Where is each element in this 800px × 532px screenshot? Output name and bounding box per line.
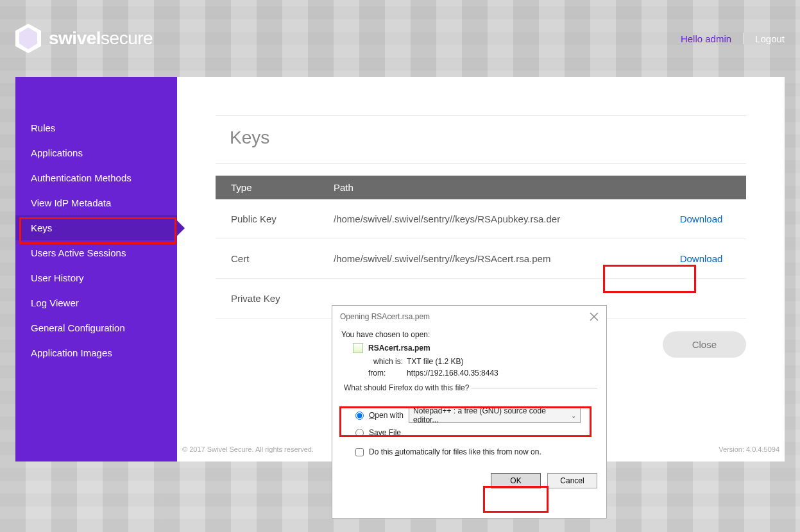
footer-copyright: © 2017 Swivel Secure. All rights reserve…	[182, 445, 314, 460]
dialog-title-text: Opening RSAcert.rsa.pem	[340, 312, 430, 321]
cell-type: Private Key	[216, 279, 318, 319]
hello-user: Hello admin	[681, 33, 731, 44]
download-link-cert[interactable]: Download	[680, 253, 723, 264]
brand-light: secure	[101, 28, 153, 48]
col-action	[656, 176, 746, 199]
download-dialog: Opening RSAcert.rsa.pem You have chosen …	[332, 305, 607, 519]
save-file-label: Save File	[369, 428, 401, 437]
cell-path: /home/swivel/.swivel/sentry//keys/RSApub…	[318, 199, 656, 239]
page-title: Keys	[230, 128, 732, 148]
col-path: Path	[318, 176, 656, 199]
which-is-value: TXT file (1.2 KB)	[407, 357, 597, 366]
sidebar-item-general-configuration[interactable]: General Configuration	[15, 315, 177, 340]
table-row: Public Key /home/swivel/.swivel/sentry//…	[216, 199, 746, 239]
open-with-app: Notepad++ : a free (GNU) source code edi…	[413, 406, 571, 424]
open-with-dropdown[interactable]: Notepad++ : a free (GNU) source code edi…	[409, 408, 581, 423]
open-with-label: Open with	[369, 411, 404, 420]
download-link-publickey[interactable]: Download	[680, 213, 723, 224]
footer-version: Version: 4.0.4.5094	[719, 445, 779, 460]
from-label: from:	[368, 369, 407, 378]
radio-save-file[interactable]	[355, 429, 364, 437]
sidebar-item-auth-methods[interactable]: Authentication Methods	[15, 165, 177, 190]
chevron-down-icon: ⌄	[571, 412, 576, 419]
cancel-button[interactable]: Cancel	[547, 473, 597, 488]
file-icon	[353, 343, 363, 353]
which-is-label: which is:	[368, 357, 407, 366]
ok-button[interactable]: OK	[491, 473, 541, 488]
keys-table: Type Path Public Key /home/swivel/.swive…	[216, 176, 746, 319]
auto-row[interactable]: Do this automatically for files like thi…	[355, 447, 597, 456]
dialog-filename: RSAcert.rsa.pem	[368, 344, 430, 353]
divider-top	[216, 115, 746, 116]
checkbox-auto[interactable]	[355, 448, 364, 456]
dialog-chosen-text: You have chosen to open:	[341, 330, 597, 339]
sidebar-item-keys[interactable]: Keys	[15, 215, 177, 240]
brand-text: swivelsecure	[49, 28, 153, 49]
brand-logo: swivelsecure	[15, 24, 153, 53]
header-divider	[743, 33, 744, 44]
swivel-logo-icon	[15, 24, 41, 53]
header-right: Hello admin Logout	[681, 33, 785, 44]
brand-bold: swivel	[49, 28, 101, 48]
sidebar-item-log-viewer[interactable]: Log Viewer	[15, 290, 177, 315]
col-type: Type	[216, 176, 318, 199]
sidebar-item-view-idp-metadata[interactable]: View IdP Metadata	[15, 190, 177, 215]
auto-label: Do this automatically for files like thi…	[369, 447, 541, 456]
save-file-row[interactable]: Save File	[355, 428, 597, 437]
divider-under-title	[216, 163, 746, 164]
radio-open-with[interactable]	[355, 411, 364, 420]
dialog-question: What should Firefox do with this file?	[341, 383, 472, 392]
cell-type: Public Key	[216, 199, 318, 239]
close-icon[interactable]	[590, 312, 599, 321]
sidebar-item-users-active-sessions[interactable]: Users Active Sessions	[15, 240, 177, 265]
close-button[interactable]: Close	[663, 331, 746, 358]
sidebar-item-applications[interactable]: Applications	[15, 140, 177, 165]
open-with-row[interactable]: Open with Notepad++ : a free (GNU) sourc…	[355, 408, 597, 423]
cell-type: Cert	[216, 239, 318, 279]
sidebar-item-application-images[interactable]: Application Images	[15, 340, 177, 365]
from-value: https://192.168.40.35:8443	[407, 369, 597, 378]
cell-path: /home/swivel/.swivel/sentry//keys/RSAcer…	[318, 239, 656, 279]
sidebar: Rules Applications Authentication Method…	[15, 77, 177, 461]
table-row: Cert /home/swivel/.swivel/sentry//keys/R…	[216, 239, 746, 279]
sidebar-item-user-history[interactable]: User History	[15, 265, 177, 290]
logout-link[interactable]: Logout	[755, 33, 785, 44]
cell-action-empty	[656, 279, 746, 319]
header-bar: swivelsecure Hello admin Logout	[15, 0, 785, 77]
sidebar-item-rules[interactable]: Rules	[15, 115, 177, 140]
